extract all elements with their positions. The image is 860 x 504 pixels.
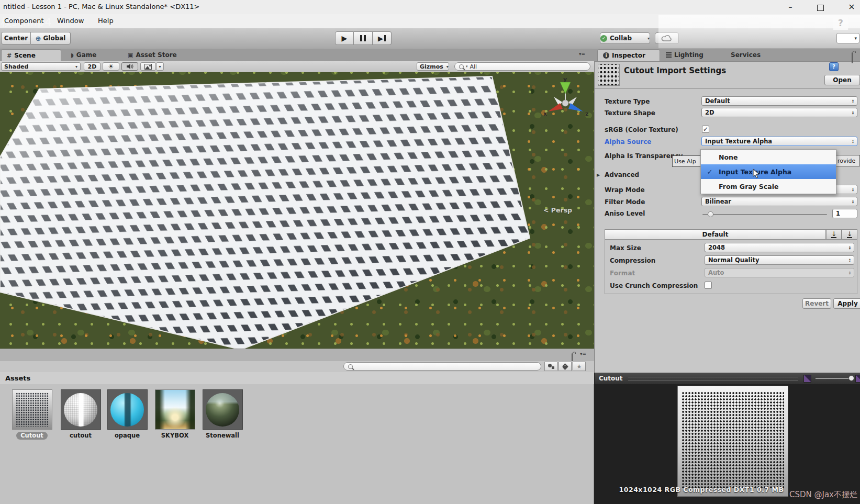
- platform-standalone-tab[interactable]: ↓: [826, 229, 842, 240]
- chevron-down-icon: ▾: [644, 36, 650, 41]
- compression-value: Normal Quality: [708, 256, 760, 264]
- panel-menu-icon[interactable]: ▾≡: [579, 51, 585, 57]
- center-pivot-button[interactable]: Center: [1, 32, 31, 44]
- search-by-label-button[interactable]: [559, 362, 572, 371]
- open-button[interactable]: Open: [824, 75, 860, 85]
- alpha-channel-icon[interactable]: [855, 375, 860, 383]
- menu-component[interactable]: Component: [4, 17, 43, 25]
- orientation-gizmo[interactable]: y x z: [539, 76, 591, 128]
- max-size-dropdown[interactable]: 2048 ▴▾: [705, 243, 854, 252]
- popup-option-from-gray-scale[interactable]: From Gray Scale: [701, 179, 836, 194]
- platform-default-tab[interactable]: Default: [605, 229, 826, 240]
- tab-services[interactable]: Services: [731, 49, 761, 61]
- effects-dropdown[interactable]: ▾: [156, 62, 164, 71]
- axis-x-label: x: [543, 110, 547, 117]
- asset-item-stonewall[interactable]: Stonewall: [199, 389, 246, 440]
- open-button-label: Open: [833, 76, 851, 84]
- menu-window[interactable]: Window: [57, 17, 84, 25]
- layout-dropdown[interactable]: ▾: [836, 33, 859, 43]
- preview-header[interactable]: Cutout: [594, 373, 860, 384]
- game-icon: ◗: [71, 52, 74, 59]
- max-size-value: 2048: [708, 244, 725, 251]
- revert-button[interactable]: Revert: [802, 298, 831, 309]
- aniso-slider-handle[interactable]: [708, 211, 713, 217]
- tab-lighting[interactable]: Lighting: [666, 49, 703, 61]
- apply-button-label: Apply: [837, 300, 857, 307]
- preview-drag-handle[interactable]: [628, 377, 798, 380]
- scene-search-input[interactable]: ▾ All: [454, 62, 590, 71]
- center-pivot-label: Center: [4, 35, 28, 42]
- revert-button-label: Revert: [805, 300, 829, 307]
- pause-button[interactable]: [354, 31, 373, 45]
- mip-level-slider[interactable]: [816, 378, 853, 379]
- project-search-input[interactable]: [343, 362, 541, 371]
- aniso-value-field[interactable]: 1: [832, 209, 857, 218]
- scene-audio-toggle[interactable]: [121, 62, 138, 71]
- popup-option-input-texture-alpha[interactable]: ✓ Input Texture Alpha: [701, 164, 836, 179]
- tab-inspector[interactable]: i Inspector: [597, 49, 660, 61]
- collab-button[interactable]: ✓ Collab ▾: [600, 32, 650, 44]
- tab-asset-store[interactable]: ▣ Asset Store: [128, 49, 177, 61]
- menu-help[interactable]: Help: [98, 17, 114, 25]
- assets-grid[interactable]: Cutout cutout opaque SKYBOX Stonewall: [0, 384, 594, 504]
- play-button[interactable]: ▶: [335, 31, 354, 45]
- texture-type-label: Texture Type: [605, 98, 650, 105]
- scene-lighting-toggle[interactable]: ☀: [103, 62, 119, 71]
- tab-scene[interactable]: # Scene: [1, 49, 61, 61]
- asset-label: Stonewall: [202, 432, 243, 440]
- lighting-icon: [666, 52, 672, 58]
- texture-type-dropdown[interactable]: Default ▴▾: [701, 96, 857, 106]
- 2d-toggle[interactable]: 2D: [84, 62, 100, 71]
- mouse-cursor: [753, 169, 760, 179]
- asset-item-cutout-material[interactable]: cutout: [57, 389, 104, 440]
- close-button[interactable]: ×: [846, 2, 857, 12]
- crunch-compression-checkbox[interactable]: [705, 282, 712, 289]
- platform-default-label: Default: [702, 231, 729, 238]
- advanced-foldout-label: Advanced: [605, 171, 639, 178]
- scene-viewport[interactable]: y x z < Persp: [0, 72, 594, 349]
- lock-icon[interactable]: [852, 53, 853, 63]
- mip-slider-handle[interactable]: [848, 375, 854, 381]
- global-local-button[interactable]: ⊕ Global: [31, 32, 71, 44]
- shading-mode-dropdown[interactable]: Shaded ▾: [1, 62, 81, 71]
- asset-item-cutout-texture[interactable]: Cutout: [8, 389, 55, 440]
- check-icon: ✓: [701, 168, 719, 176]
- asset-item-skybox[interactable]: SKYBOX: [151, 389, 198, 440]
- panel-menu-icon[interactable]: ▾≡: [580, 351, 586, 356]
- project-panel-strip: ▾≡: [0, 349, 594, 362]
- minimize-button[interactable]: –: [785, 3, 796, 11]
- apply-button[interactable]: Apply: [833, 298, 860, 309]
- step-icon: ▶: [378, 35, 383, 42]
- texture-shape-dropdown[interactable]: 2D ▴▾: [701, 108, 857, 117]
- inspector-icon: i: [603, 52, 609, 59]
- spinner-icon: ▴▾: [852, 110, 854, 115]
- gizmos-dropdown[interactable]: Gizmos ▾: [417, 62, 449, 71]
- spinner-icon: ▴▾: [852, 187, 854, 192]
- collab-label: Collab: [610, 35, 632, 42]
- search-by-type-button[interactable]: [544, 362, 557, 371]
- favorites-button[interactable]: ★: [573, 362, 586, 371]
- shading-mode-label: Shaded: [4, 63, 28, 70]
- maximize-button[interactable]: [817, 5, 824, 11]
- tab-game[interactable]: ◗ Game: [71, 49, 96, 61]
- collab-check-icon: ✓: [600, 35, 607, 42]
- compression-dropdown[interactable]: Normal Quality ▴▾: [705, 255, 854, 265]
- filter-mode-dropdown[interactable]: Bilinear ▴▾: [701, 197, 857, 206]
- perspective-label[interactable]: < Persp: [543, 206, 572, 214]
- opaque-material-thumbnail: [107, 389, 148, 430]
- foldout-arrow-icon[interactable]: ▶: [597, 173, 600, 177]
- rgb-channels-icon[interactable]: [803, 375, 811, 383]
- platform-other-tab[interactable]: ↓: [842, 229, 857, 240]
- srgb-checkbox[interactable]: ✓: [702, 126, 709, 133]
- tag-icon: [562, 363, 568, 370]
- divider: [595, 88, 860, 89]
- chevron-down-icon: ▾: [72, 64, 77, 69]
- help-icon[interactable]: ?: [829, 62, 839, 71]
- spinner-icon: ▴▾: [849, 271, 851, 275]
- asset-item-opaque-material[interactable]: opaque: [104, 389, 151, 440]
- alpha-source-dropdown[interactable]: Input Texture Alpha ▴▾: [701, 137, 857, 146]
- scene-effects-toggle[interactable]: [140, 62, 156, 71]
- step-button[interactable]: ▶: [373, 31, 392, 45]
- popup-option-none[interactable]: None: [701, 150, 836, 164]
- aniso-slider[interactable]: [702, 214, 827, 215]
